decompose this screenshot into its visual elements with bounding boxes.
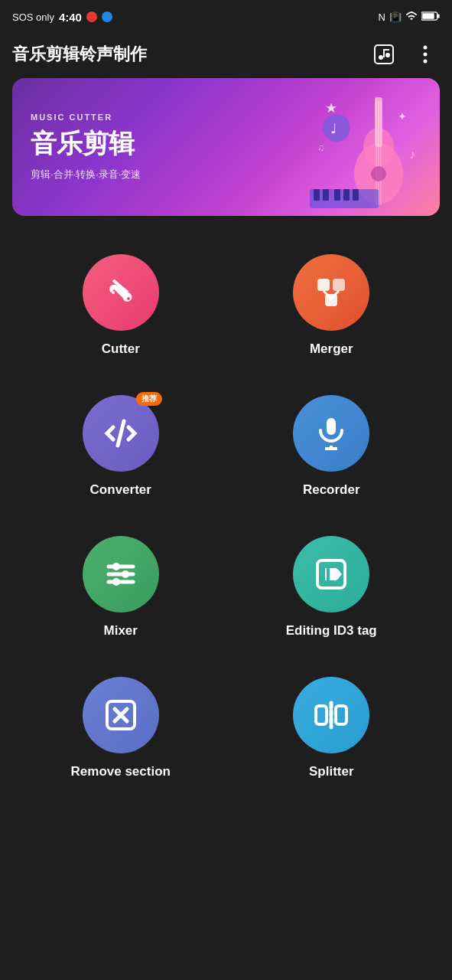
music-library-button[interactable] (369, 40, 398, 69)
status-bar: SOS only 4:40 N 📳 (0, 0, 452, 34)
banner-title: 音乐剪辑 (31, 126, 141, 162)
vibrate-icon: 📳 (389, 11, 402, 23)
svg-rect-34 (327, 418, 336, 435)
remove-section-item[interactable]: Remove section (15, 662, 226, 802)
notification-dot-blue (102, 11, 112, 22)
status-time: 4:40 (59, 11, 82, 24)
recorder-icon-circle (293, 395, 369, 472)
mixer-label: Mixer (104, 623, 138, 639)
mixer-icon-circle (83, 536, 159, 612)
splitter-icon-circle (293, 677, 369, 753)
svg-point-8 (424, 46, 428, 50)
svg-rect-24 (323, 189, 329, 201)
banner: MUSIC CUTTER 音乐剪辑 剪辑·合并·转换·录音·变速 ★ ✦ ♫ ♪ (12, 78, 440, 216)
svg-rect-2 (437, 14, 440, 18)
music-illustration: ★ ✦ ♫ ♪ ♩ (279, 82, 432, 212)
remove-section-icon-circle (83, 677, 159, 753)
editing-id3-icon-circle (293, 536, 369, 612)
svg-rect-31 (317, 279, 330, 291)
banner-subtitle: MUSIC CUTTER (31, 113, 141, 122)
svg-rect-27 (353, 189, 359, 201)
merger-icon-circle (293, 254, 369, 331)
merger-item[interactable]: Merger (226, 239, 437, 380)
battery-icon (421, 11, 440, 24)
cutter-label: Cutter (102, 341, 140, 357)
svg-rect-25 (334, 189, 340, 201)
nfc-icon: N (379, 11, 385, 23)
notification-dot-red (86, 11, 97, 22)
svg-rect-48 (336, 706, 346, 724)
splitter-item[interactable]: Splitter (226, 662, 437, 802)
wifi-icon (405, 11, 418, 24)
converter-icon (102, 415, 139, 452)
mixer-icon (102, 556, 139, 593)
banner-text: MUSIC CUTTER 音乐剪辑 剪辑·合并·转换·录音·变速 (12, 97, 159, 197)
main-grid: Cutter Merger 推荐 Converter (0, 231, 452, 810)
svg-rect-47 (316, 706, 327, 724)
app-header: 音乐剪辑铃声制作 (0, 34, 452, 78)
svg-rect-26 (343, 189, 350, 201)
converter-label: Converter (90, 482, 151, 498)
svg-point-10 (424, 60, 428, 64)
editing-id3-item[interactable]: Editing ID3 tag (226, 521, 437, 662)
app-title: 音乐剪辑铃声制作 (12, 43, 147, 66)
mixer-item[interactable]: Mixer (15, 521, 226, 662)
svg-point-17 (371, 166, 386, 181)
merger-icon (313, 274, 350, 311)
svg-text:✦: ✦ (398, 110, 407, 122)
svg-point-40 (112, 563, 120, 570)
bottom-spacer (0, 810, 452, 856)
microphone-icon (313, 415, 350, 452)
svg-point-42 (112, 578, 120, 586)
banner-desc: 剪辑·合并·转换·录音·变速 (31, 168, 141, 181)
svg-rect-6 (383, 49, 389, 51)
banner-decoration: ★ ✦ ♫ ♪ ♩ (272, 78, 440, 216)
svg-rect-23 (314, 189, 320, 201)
svg-text:♪: ♪ (409, 148, 415, 161)
status-left: SOS only 4:40 (12, 11, 112, 24)
editing-id3-label: Editing ID3 tag (286, 623, 377, 639)
svg-rect-1 (422, 13, 434, 19)
svg-text:★: ★ (325, 100, 337, 116)
remove-section-label: Remove section (71, 764, 171, 779)
svg-point-41 (122, 570, 129, 578)
cutter-item[interactable]: Cutter (15, 239, 226, 380)
svg-text:♫: ♫ (317, 142, 324, 153)
splitter-icon (313, 697, 350, 733)
svg-rect-32 (333, 279, 345, 291)
scissors-icon (102, 274, 139, 311)
merger-label: Merger (310, 341, 353, 357)
sos-text: SOS only (12, 11, 54, 23)
more-options-button[interactable] (411, 40, 440, 69)
status-right: N 📳 (379, 11, 440, 24)
converter-icon-circle: 推荐 (83, 395, 159, 472)
splitter-label: Splitter (309, 764, 354, 779)
remove-section-icon (102, 697, 139, 733)
edit-tag-icon (313, 556, 350, 593)
cutter-icon-circle (83, 254, 159, 331)
svg-point-7 (385, 53, 390, 57)
recorder-item[interactable]: Recorder (226, 380, 437, 521)
converter-badge: 推荐 (136, 392, 162, 406)
svg-point-9 (424, 53, 428, 57)
svg-point-4 (379, 55, 383, 60)
header-icons (369, 40, 440, 69)
recorder-label: Recorder (303, 482, 360, 498)
converter-item[interactable]: 推荐 Converter (15, 380, 226, 521)
svg-text:♩: ♩ (330, 121, 337, 136)
svg-point-28 (323, 114, 350, 142)
